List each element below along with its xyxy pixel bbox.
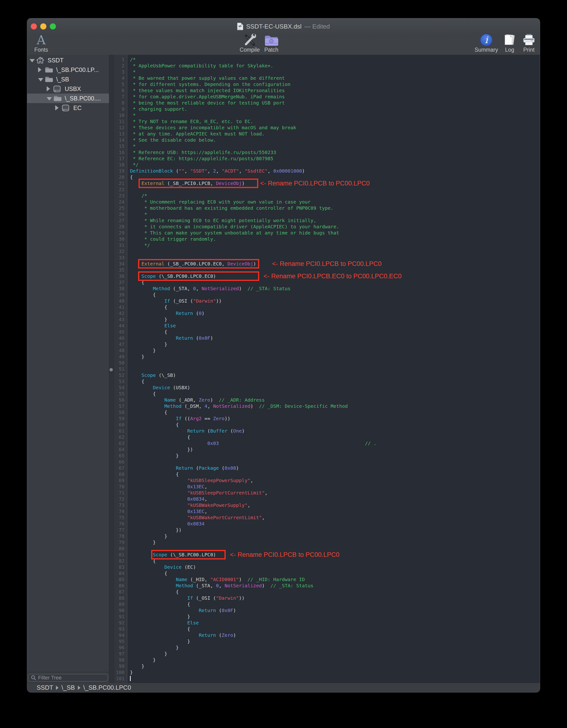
code-line: 10 * <box>109 112 540 118</box>
code-line: 73 "kUSBWakePowerSupply", <box>109 502 540 508</box>
compile-button-label: Compile <box>240 47 260 53</box>
code-line: 24 * Uncomment replacing EC0 with your o… <box>109 199 540 205</box>
code-text <box>127 366 130 372</box>
line-number: 54 <box>109 384 127 391</box>
filter-bar <box>27 672 109 683</box>
line-number: 98 <box>109 657 127 663</box>
code-text: /* <box>127 56 136 63</box>
code-editor[interactable]: 1/*2 * AppleUsbPower compatibility table… <box>109 55 540 683</box>
code-line: 53 { <box>109 378 540 384</box>
fonts-button[interactable]: AFonts <box>30 36 52 53</box>
code-line: 62 { <box>109 434 540 440</box>
code-text <box>127 254 130 261</box>
line-number: 96 <box>109 644 127 651</box>
code-line: 14 * See the disable code below. <box>109 137 540 143</box>
code-text: { <box>127 589 179 595</box>
sidebar-item-ssdt[interactable]: SSDT <box>27 55 109 65</box>
summary-button[interactable]: iSummary <box>473 36 499 53</box>
code-line: 99 } <box>109 663 540 669</box>
code-text: } <box>127 316 167 323</box>
sidebar-item-sb[interactable]: \_SB <box>27 75 109 84</box>
line-number: 18 <box>109 162 127 168</box>
line-number: 52 <box>109 372 127 378</box>
code-line: 87 { <box>109 589 540 595</box>
print-button[interactable]: Print <box>517 36 541 53</box>
code-text: Method (_STA, 0, NotSerialized) // _STA:… <box>127 285 290 292</box>
patch-button[interactable]: ⚙Patch <box>259 36 283 53</box>
code-text: * Uncomment replacing EC0 with your own … <box>127 199 311 205</box>
line-number: 66 <box>109 459 127 465</box>
line-number: 44 <box>109 323 127 329</box>
breadcrumb-separator-icon <box>78 686 80 690</box>
line-number: 49 <box>109 354 127 360</box>
line-number: 68 <box>109 471 127 477</box>
line-number: 34 <box>109 261 127 267</box>
title-bar[interactable]: DSL SSDT-EC-USBX.dsl — Edited <box>27 18 540 35</box>
code-line: 33 <box>109 254 540 261</box>
code-text: Name (_ADR, Zero) // _ADR: Address <box>127 397 265 403</box>
close-button[interactable] <box>31 23 37 30</box>
code-text <box>127 360 130 366</box>
code-line: 36 Scope (\_SB.PC00.LPC0.EC0) <box>109 273 540 279</box>
code-line: 37 { <box>109 279 540 285</box>
code-text <box>127 545 130 552</box>
code-area: 1/*2 * AppleUsbPower compatibility table… <box>109 56 540 682</box>
code-text: * these values must match injected IOKit… <box>127 87 285 94</box>
document-icon: DSL <box>237 23 243 30</box>
code-text: * While renaming EC0 to EC might potenti… <box>127 217 316 224</box>
line-number: 1 <box>109 56 127 63</box>
code-text: Device (EC) <box>127 564 196 570</box>
line-number: 4 <box>109 75 127 81</box>
line-number: 14 <box>109 137 127 143</box>
filter-tree-input[interactable] <box>38 674 103 681</box>
line-number: 10 <box>109 112 127 118</box>
sidebar-item-ec[interactable]: EC <box>27 103 109 113</box>
code-line: 100} <box>109 669 540 675</box>
line-number: 83 <box>109 564 127 570</box>
line-number: 40 <box>109 298 127 304</box>
chevron-right-icon[interactable] <box>38 67 41 72</box>
chevron-down-icon[interactable] <box>38 78 43 81</box>
code-line: 61 Return (Buffer (One) <box>109 428 540 434</box>
code-line: 25 * motherboard has an existing embedde… <box>109 205 540 211</box>
code-line: 79 } <box>109 539 540 545</box>
line-number: 11 <box>109 118 127 125</box>
chevron-right-icon[interactable] <box>55 105 59 110</box>
chevron-right-icon[interactable] <box>47 86 50 91</box>
sidebar-item-sbpc00[interactable]: \_SB.PC00.... <box>27 94 109 103</box>
filter-tree-box[interactable] <box>28 674 108 682</box>
code-text: { <box>127 174 133 180</box>
line-number: 20 <box>109 174 127 180</box>
code-line: 28 * it connects an incompatible driver … <box>109 224 540 230</box>
line-number: 7 <box>109 94 127 100</box>
code-text: } <box>127 613 190 620</box>
code-text: If ((Arg2 == Zero)) <box>127 415 230 422</box>
code-text: External (_SB_.PCI0.LPCB, DeviceObj) <box>127 180 245 186</box>
code-line: 95 } <box>109 638 540 644</box>
line-number: 21 <box>109 180 127 186</box>
line-number: 25 <box>109 205 127 211</box>
code-line: 20{ <box>109 174 540 180</box>
code-line: 16 * Reference USB: https://applelife.ru… <box>109 149 540 155</box>
code-text: { <box>127 279 144 285</box>
sidebar: SSDT\_SB.PC00.LP...\_SBUSBX\_SB.PC00....… <box>27 55 109 683</box>
chevron-down-icon[interactable] <box>47 97 52 100</box>
code-text: Return (Zero) <box>127 632 236 638</box>
line-number: 48 <box>109 347 127 354</box>
breadcrumb-item: \_SB.PC00.LPC0 <box>83 684 131 691</box>
line-number: 74 <box>109 508 127 514</box>
line-number: 55 <box>109 391 127 397</box>
line-number: 89 <box>109 601 127 607</box>
compile-button[interactable]: Compile <box>237 36 263 53</box>
zoom-button[interactable] <box>50 23 56 30</box>
code-text: If (_OSI ("Darwin")) <box>127 595 245 601</box>
sidebar-item-usbx[interactable]: USBX <box>27 84 109 94</box>
sidebar-item-sbpc00lp[interactable]: \_SB.PC00.LP... <box>27 65 109 75</box>
code-text: { <box>127 434 190 440</box>
line-number: 100 <box>109 669 127 675</box>
chevron-down-icon[interactable] <box>30 59 35 62</box>
line-number: 88 <box>109 595 127 601</box>
line-number: 93 <box>109 626 127 632</box>
line-number: 17 <box>109 155 127 162</box>
minimize-button[interactable] <box>40 23 46 30</box>
